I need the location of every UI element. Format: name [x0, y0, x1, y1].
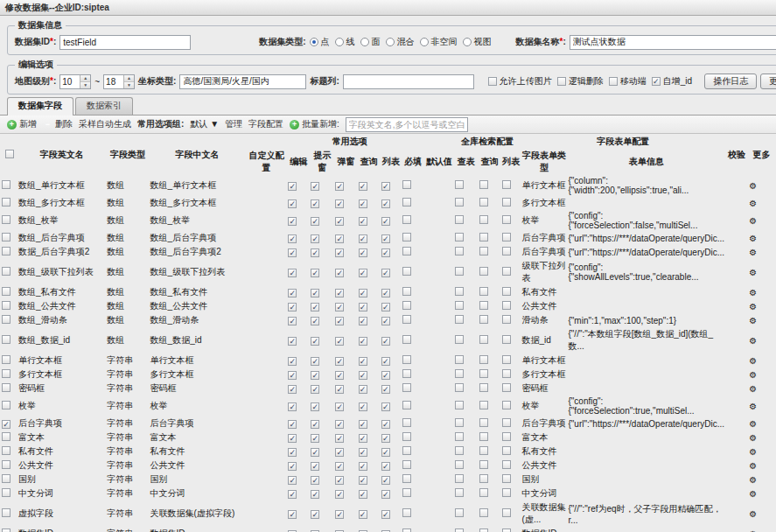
checkbox[interactable] — [479, 508, 488, 517]
table-row[interactable]: 虚拟字段字符串关联数据集(虚拟字段)关联数据集(虚...{"//":"ref为e… — [2, 501, 774, 526]
dataset-type-option[interactable]: 视图 — [463, 36, 492, 48]
checkbox[interactable] — [2, 474, 10, 483]
checkbox[interactable] — [311, 402, 319, 411]
select-all-checkbox[interactable] — [5, 150, 14, 158]
checkbox[interactable] — [288, 371, 297, 380]
checkbox[interactable] — [335, 510, 344, 519]
radio-icon[interactable] — [360, 38, 369, 46]
validate-cell[interactable] — [726, 286, 747, 298]
checkbox[interactable] — [381, 357, 390, 366]
checkbox[interactable] — [455, 247, 464, 256]
checkbox[interactable] — [2, 287, 10, 296]
gear-icon[interactable]: ⚙ — [749, 234, 757, 243]
checkbox[interactable] — [381, 371, 390, 380]
checkbox[interactable] — [335, 289, 344, 298]
edit-option-checkbox-item[interactable]: 自增_id — [652, 75, 692, 88]
checkbox[interactable] — [479, 369, 488, 378]
validate-cell[interactable] — [726, 528, 747, 532]
delete-row-button[interactable]: −删除 — [43, 118, 73, 130]
checkbox[interactable] — [479, 474, 488, 483]
table-row[interactable]: 富文本字符串富文本富文本⚙ — [2, 431, 774, 444]
checkbox[interactable] — [335, 462, 344, 471]
checkbox[interactable] — [288, 337, 297, 346]
col-header-form-type[interactable]: 字段表单类型 — [522, 150, 567, 174]
gear-icon[interactable]: ⚙ — [749, 216, 757, 226]
checkbox[interactable] — [2, 432, 10, 441]
checkbox[interactable] — [335, 402, 344, 411]
more-cell[interactable]: ⚙ — [749, 417, 774, 430]
checkbox[interactable] — [335, 337, 344, 346]
validate-cell[interactable] — [726, 211, 747, 230]
gear-icon[interactable]: ⚙ — [749, 433, 757, 443]
checkbox[interactable] — [502, 474, 511, 483]
checkbox[interactable] — [402, 460, 411, 469]
checkbox[interactable] — [288, 248, 297, 257]
checkbox[interactable] — [311, 420, 319, 429]
checkbox[interactable] — [402, 488, 411, 497]
checkbox[interactable] — [502, 180, 511, 189]
checkbox-icon[interactable] — [557, 77, 566, 86]
checkbox[interactable] — [402, 335, 411, 344]
checkbox[interactable] — [479, 432, 488, 441]
more-cell[interactable]: ⚙ — [749, 246, 774, 258]
validate-cell[interactable] — [726, 246, 747, 258]
checkbox[interactable] — [455, 369, 464, 378]
validate-cell[interactable] — [726, 473, 747, 486]
checkbox[interactable] — [381, 462, 390, 471]
checkbox[interactable] — [359, 182, 367, 191]
checkbox[interactable] — [2, 315, 10, 324]
checkbox[interactable] — [479, 233, 488, 242]
option-group-select[interactable]: 默认 ▼ — [190, 118, 219, 130]
more-cell[interactable]: ⚙ — [749, 286, 774, 298]
gear-icon[interactable]: ⚙ — [749, 475, 757, 485]
stepper-arrows-icon[interactable]: ▲▼ — [80, 75, 90, 88]
table-row[interactable]: 数组_数据_id数组数组_数据_id数据_id{"//":"本数组字段[数组_数… — [2, 328, 774, 353]
checkbox[interactable] — [455, 474, 464, 483]
checkbox[interactable] — [359, 420, 367, 429]
validate-cell[interactable] — [726, 260, 747, 284]
checkbox[interactable] — [288, 434, 297, 443]
col-header-default[interactable]: 默认值 — [425, 150, 452, 174]
table-row[interactable]: 密码框字符串密码框密码框⚙ — [2, 382, 774, 395]
checkbox[interactable] — [2, 488, 10, 497]
table-row[interactable]: 数组_私有文件数组数组_私有文件私有文件⚙ — [2, 286, 774, 298]
checkbox[interactable] — [335, 434, 344, 443]
col-header-edit[interactable]: 编辑 — [288, 150, 309, 174]
checkbox[interactable] — [311, 434, 319, 443]
checkbox[interactable] — [455, 198, 464, 206]
radio-icon[interactable] — [335, 38, 344, 46]
checkbox[interactable] — [311, 248, 319, 257]
edit-option-checkbox-item[interactable]: 允许上传图片 — [488, 75, 552, 88]
checkbox[interactable] — [359, 200, 367, 208]
checkbox[interactable] — [335, 248, 344, 257]
checkbox[interactable] — [359, 371, 367, 380]
gear-icon[interactable]: ⚙ — [749, 402, 757, 411]
checkbox[interactable] — [2, 528, 10, 532]
table-row[interactable]: 私有文件字符串私有文件私有文件⚙ — [2, 445, 774, 458]
checkbox[interactable] — [479, 215, 488, 224]
gear-icon[interactable]: ⚙ — [749, 447, 757, 457]
checkbox[interactable] — [311, 200, 319, 208]
checkbox[interactable] — [2, 460, 10, 469]
table-row[interactable]: 公共文件字符串公共文件公共文件⚙ — [2, 459, 774, 472]
validate-cell[interactable] — [726, 382, 747, 395]
col-header-search-view[interactable]: 查表 — [455, 150, 478, 174]
table-row[interactable]: 数组_多行文本框数组数组_多行文本框多行文本框⚙ — [2, 197, 774, 209]
validate-cell[interactable] — [726, 176, 747, 195]
checkbox[interactable] — [381, 420, 390, 429]
validate-cell[interactable] — [726, 501, 747, 526]
dataset-type-option[interactable]: 面 — [360, 36, 381, 48]
stepper-arrows-icon[interactable]: ▲▼ — [123, 75, 134, 88]
dataset-type-option[interactable]: 混合 — [386, 36, 415, 48]
title-col-input[interactable] — [343, 74, 474, 89]
more-cell[interactable]: ⚙ — [749, 382, 774, 395]
checkbox[interactable] — [359, 448, 367, 457]
checkbox-icon[interactable] — [609, 77, 618, 86]
dataset-id-input[interactable] — [59, 35, 191, 50]
checkbox[interactable] — [381, 490, 390, 499]
checkbox[interactable] — [402, 401, 411, 410]
col-header-search-query[interactable]: 查询 — [479, 150, 500, 174]
validate-cell[interactable] — [726, 396, 747, 416]
operation-log-button[interactable]: 操作日志 — [704, 74, 757, 89]
checkbox[interactable] — [402, 233, 411, 242]
